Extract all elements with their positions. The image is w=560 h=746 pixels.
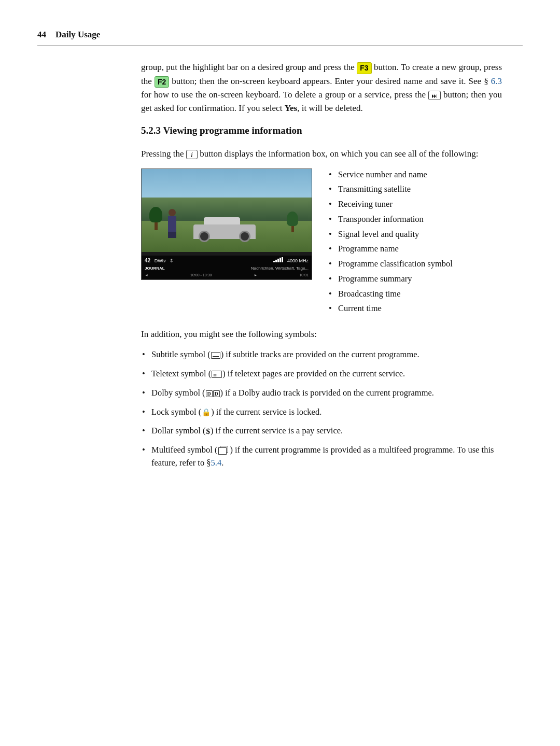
- tv-channel-name: DWtv: [155, 258, 166, 263]
- teletext-icon: [212, 371, 222, 378]
- list-item-7: Programme summary: [328, 273, 502, 286]
- list-item-2: Receiving tuner: [328, 198, 502, 211]
- intro-part3: button; then the on-screen keyboard appe…: [172, 76, 488, 86]
- list-item-6: Programme classification symbol: [328, 258, 502, 271]
- page: 44 Daily Usage group, put the highlight …: [0, 0, 560, 746]
- section-link-63[interactable]: 6.3: [491, 76, 502, 86]
- dolby-d2: D: [213, 390, 220, 397]
- section-intro-text: Pressing the i button displays the infor…: [141, 147, 502, 161]
- tv-infobar: 42 DWtv ⇕: [142, 256, 312, 279]
- subtitle-desc: ) if subtitle tracks are provided on the…: [221, 349, 419, 359]
- symbol-list-item-lock: Lock symbol (🔒) if the current service i…: [141, 406, 502, 419]
- f3-key-btn: F3: [357, 62, 371, 74]
- list-item-3: Transponder information: [328, 213, 502, 226]
- tv-sky: [142, 169, 312, 198]
- tv-tree-2: [287, 212, 298, 232]
- page-number: 44: [37, 28, 46, 41]
- lock-desc: ) if the current service is locked.: [211, 407, 321, 417]
- intro-text: group, put the highlight bar on a desire…: [141, 61, 502, 115]
- tv-channel-info: 42 DWtv ⇕: [145, 257, 174, 265]
- section-title: Viewing programme information: [163, 125, 302, 136]
- tv-channel-number: 42: [145, 258, 150, 263]
- header-title: Daily Usage: [55, 28, 100, 41]
- dollar-desc: ) if the current service is a pay servic…: [211, 426, 343, 435]
- section-link-54[interactable]: 5.4: [211, 458, 222, 468]
- additional-symbols-intro: In addition, you might see the following…: [141, 328, 502, 341]
- info-list-col: Service number and name Transmitting sat…: [328, 168, 502, 318]
- dollar-symbol-name: Dollar symbol (: [151, 426, 206, 435]
- tv-screenshot-col: 42 DWtv ⇕: [141, 168, 312, 280]
- page-header: 44 Daily Usage: [37, 28, 523, 46]
- tv-programme-name: JOURNAL: [145, 266, 165, 271]
- i-key-btn: i: [186, 150, 198, 159]
- list-item-9: Current time: [328, 302, 502, 315]
- intro-part6: , it will be deleted.: [297, 103, 363, 113]
- bar4: [279, 258, 281, 262]
- f2-key-btn: F2: [155, 76, 169, 88]
- section-heading: 5.2.3 Viewing programme information: [141, 123, 502, 138]
- tv-description: Nachrichten, Wirtschaft, Tage...: [251, 265, 309, 272]
- multifeed-symbol-name: Multifeed symbol (: [151, 445, 217, 455]
- section-intro-part1: Pressing the: [141, 149, 184, 159]
- tv-scene: [142, 169, 312, 252]
- tv-current-time: 10:01: [299, 273, 309, 278]
- teletext-symbol-name: Teletext symbol (: [151, 369, 211, 378]
- tv-signal-area: 4000 MHz: [273, 257, 309, 265]
- symbol-list-item-dolby: Dolby symbol (DD) if a Dolby audio track…: [141, 387, 502, 400]
- list-item-5: Programme name: [328, 243, 502, 256]
- two-col-block: 42 DWtv ⇕: [141, 168, 502, 318]
- tv-person: [167, 209, 177, 237]
- tv-time-range: 10:00 - 10:30: [190, 273, 212, 278]
- intro-part4: for how to use the on-screen keyboard. T…: [141, 90, 426, 100]
- section-number: 5.2.3: [141, 125, 161, 136]
- tv-screenshot: 42 DWtv ⇕: [141, 168, 312, 280]
- multifeed-icon: [218, 446, 229, 455]
- symbol-list-item-teletext: Teletext symbol () if teletext pages are…: [141, 368, 502, 381]
- symbol-list: Subtitle symbol () if subtitle tracks ar…: [141, 348, 502, 469]
- tv-prog-name-left: JOURNAL: [145, 265, 165, 272]
- bar5: [282, 257, 283, 262]
- tv-time-row: ◄ 10:00 - 10:30 ► 10:01: [145, 273, 309, 278]
- multifeed-front: [218, 447, 227, 455]
- tv-infobar-bottom: JOURNAL Nachrichten, Wirtschaft, Tage...: [145, 265, 309, 272]
- additional-symbols-block: In addition, you might see the following…: [141, 328, 502, 470]
- back-key-btn: ⏭: [428, 91, 441, 100]
- symbol-list-item-dollar: Dollar symbol ($) if the current service…: [141, 425, 502, 438]
- yes-word: Yes: [285, 103, 298, 113]
- list-item-0: Service number and name: [328, 168, 502, 181]
- subtitle-icon: [211, 352, 220, 359]
- symbol-list-item-subtitle: Subtitle symbol () if subtitle tracks ar…: [141, 348, 502, 361]
- lock-symbol-name: Lock symbol (: [151, 407, 201, 417]
- bar1: [273, 261, 275, 262]
- two-col-layout: 42 DWtv ⇕: [141, 168, 502, 318]
- dolby-d1: D: [206, 390, 213, 397]
- tv-time-arrow-left: ◄: [145, 273, 148, 278]
- teletext-desc: ) if teletext pages are provided on the …: [222, 369, 405, 378]
- section-intro-part2: button displays the information box, on …: [200, 149, 478, 159]
- section-intro-block: Pressing the i button displays the infor…: [141, 147, 502, 161]
- bar2: [275, 260, 277, 262]
- tv-car: [193, 218, 256, 239]
- info-list: Service number and name Transmitting sat…: [328, 168, 502, 316]
- bar3: [277, 259, 279, 262]
- subtitle-symbol-name: Subtitle symbol (: [151, 349, 211, 359]
- list-item-4: Signal level and quality: [328, 228, 502, 241]
- dolby-icon: DD: [206, 390, 220, 397]
- symbol-list-item-multifeed: Multifeed symbol () if the current progr…: [141, 444, 502, 470]
- intro-part1: group, put the highlight bar on a desire…: [141, 62, 355, 72]
- tv-time-arrow-right: ►: [254, 273, 257, 278]
- section-heading-block: 5.2.3 Viewing programme information: [141, 123, 502, 138]
- tv-frequency: 4000 MHz: [287, 258, 309, 263]
- tv-tree-1: [149, 207, 162, 230]
- dollar-icon: $: [206, 426, 211, 438]
- multifeed-desc-2: .: [221, 458, 223, 468]
- lock-icon: 🔒: [202, 407, 211, 418]
- dolby-desc: ) if a Dolby audio track is porvided on …: [220, 388, 434, 398]
- dolby-symbol-name: Dolby symbol (: [151, 388, 205, 398]
- tv-signal-bars: [273, 257, 283, 262]
- intro-paragraph: group, put the highlight bar on a desire…: [141, 61, 502, 115]
- list-item-1: Transmitting satellite: [328, 183, 502, 196]
- list-item-8: Broadcasting time: [328, 288, 502, 301]
- tv-infobar-top: 42 DWtv ⇕: [145, 257, 309, 265]
